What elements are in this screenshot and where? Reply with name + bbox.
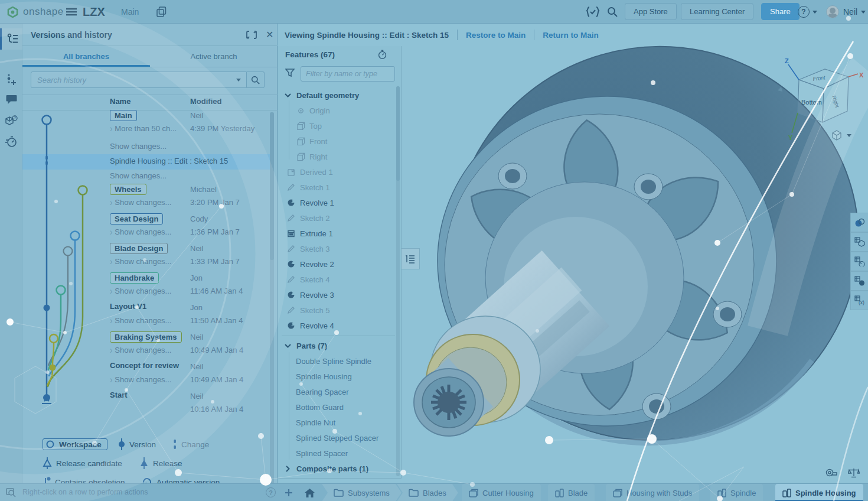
part-item-splined-spacer[interactable]: Splined Spacer [278, 445, 396, 461]
user-menu-button[interactable]: Neil [826, 0, 866, 24]
return-to-main-link[interactable]: Return to Main [543, 31, 599, 40]
rotate-arrow-icon [778, 87, 782, 92]
versions-history-rail-button[interactable] [0, 28, 22, 50]
filter-funnel-icon[interactable] [285, 68, 295, 77]
history-row-main[interactable]: Main ›More than 50 ch... Neil 4:39 PM Ye… [110, 110, 259, 139]
feature-item-extrude-1[interactable]: Extrude 1 [278, 226, 396, 241]
where-used-rail-button[interactable]: ? [0, 110, 22, 131]
feature-item-revolve-1[interactable]: Revolve 1 [278, 195, 396, 210]
app-store-button[interactable]: App Store [625, 3, 677, 20]
document-title[interactable]: LZX [83, 0, 105, 24]
tab-housing-with-studs[interactable]: Housing with Studs [606, 484, 699, 501]
mass-properties-icon[interactable] [848, 468, 860, 478]
feature-item-sketch-1[interactable]: Sketch 1 [278, 180, 396, 195]
tab-all-branches[interactable]: All branches [22, 46, 150, 67]
feature-item-derived-1[interactable]: Derived 1 [278, 164, 396, 180]
create-version-rail-button[interactable] [0, 69, 22, 90]
folder-crumb-subsystems[interactable]: Subsystems [322, 484, 402, 501]
learning-center-button[interactable]: Learning Center [681, 3, 753, 20]
feature-group-default-geometry[interactable]: Default geometry [278, 87, 396, 103]
view-options-button[interactable] [831, 129, 862, 142]
history-row-wheels[interactable]: Wheels ›Show changes... Michael 3:20 PM … [110, 184, 259, 213]
show-changes-link[interactable]: Show changes... [110, 142, 167, 151]
history-row-handbrake[interactable]: Handbrake ›Show changes... Jon 11:46 AM … [110, 272, 259, 302]
search-icon[interactable] [607, 0, 618, 24]
hint-help-icon[interactable]: ? [266, 487, 276, 497]
history-row-blade-design[interactable]: Blade Design ›Show changes... Neil 1:33 … [110, 243, 259, 272]
part-item-bearing-spacer[interactable]: Bearing Spacer [278, 384, 396, 399]
help-menu-button[interactable]: ? [798, 0, 817, 24]
appearance-panel-tab[interactable] [850, 213, 868, 232]
part-item-spindle-nut[interactable]: Spindle Nut [278, 415, 396, 430]
onshape-logo[interactable]: onshape [7, 0, 64, 24]
feature-item-revolve-2[interactable]: Revolve 2 [278, 256, 396, 272]
expand-chevron-icon: › [110, 123, 112, 134]
search-scope-caret-icon[interactable] [236, 79, 241, 82]
feature-list-collapse-button[interactable] [402, 248, 420, 269]
share-button[interactable]: Share [761, 3, 800, 20]
history-row-layout-v1[interactable]: Layout V1 ›Show changes... Jon 11:50 AM … [110, 302, 259, 331]
feature-item-front-plane[interactable]: Front [278, 134, 396, 149]
feature-item-top-plane[interactable]: Top [278, 118, 396, 134]
config-expression-panel-tab[interactable]: (x) [850, 291, 868, 310]
chevron-right-icon[interactable] [283, 464, 292, 473]
compare-versions-icon[interactable] [246, 29, 257, 41]
featurescript-icon[interactable] [586, 0, 600, 24]
feature-item-revolve-4[interactable]: Revolve 4 [278, 318, 396, 333]
feature-item-sketch-3[interactable]: Sketch 3 [278, 241, 396, 256]
history-row-start[interactable]: Start Neil 10:16 AM Jan 4 [110, 391, 259, 420]
config-part-panel-tab[interactable] [850, 252, 868, 271]
create-tab-button[interactable] [281, 484, 296, 501]
feature-item-origin[interactable]: Origin [278, 103, 396, 118]
feature-item-right-plane[interactable]: Right [278, 149, 396, 164]
feature-group-composite-parts[interactable]: Composite parts (1) [278, 461, 396, 476]
show-changes-link[interactable]: Show changes... [110, 171, 167, 180]
feature-item-sketch-5[interactable]: Sketch 5 [278, 302, 396, 318]
search-history-button[interactable] [247, 71, 265, 88]
comments-rail-button[interactable] [0, 89, 22, 110]
main-branch-label[interactable]: Main [121, 0, 139, 24]
home-tab-button[interactable] [300, 484, 319, 501]
history-row-concept-for-review[interactable]: Concept for review ›Show changes... Neil… [110, 361, 259, 391]
search-history-input[interactable] [31, 71, 247, 88]
part-item-spindle-housing[interactable]: Spindle Housing [278, 369, 396, 384]
part-item-bottom-guard[interactable]: Bottom Guard [278, 399, 396, 415]
change-icon [172, 438, 177, 450]
tab-spindle-housing[interactable]: Spindle Housing [775, 484, 863, 501]
part-item-double-spline-spindle[interactable]: Double Spline Spindle [278, 353, 396, 369]
legend-workspace: Workspace [43, 437, 107, 451]
workspace-badge[interactable]: Blade Design [110, 243, 168, 254]
feature-item-sketch-2[interactable]: Sketch 2 [278, 210, 396, 226]
workspace-badge[interactable]: Seat Design [110, 213, 163, 225]
hamburger-menu-icon[interactable] [66, 0, 77, 24]
config-sphere-panel-tab[interactable] [850, 271, 868, 291]
chevron-down-icon[interactable] [283, 341, 292, 350]
features-scrollbar[interactable] [396, 86, 400, 476]
tab-spindle[interactable]: Spindle [710, 484, 763, 501]
part-item-splined-stepped-spacer[interactable]: Splined Stepped Spacer [278, 430, 396, 445]
feature-group-parts[interactable]: Parts (7) [278, 338, 396, 353]
close-icon[interactable]: ✕ [266, 29, 273, 40]
workspace-badge[interactable]: Wheels [110, 184, 146, 195]
feature-filter-input[interactable] [301, 66, 395, 82]
performance-rail-button[interactable] [0, 131, 22, 152]
regeneration-timer-icon[interactable] [377, 50, 387, 60]
tab-active-branch[interactable]: Active branch [150, 46, 278, 67]
history-row-braking-systems[interactable]: Braking Systems ›Show changes... Neil 10… [110, 331, 259, 361]
history-row-seat-design[interactable]: Seat Design ›Show changes... Cody 1:36 P… [110, 213, 259, 243]
preview-search-icon[interactable] [6, 488, 17, 497]
configurations-panel-tab[interactable] [850, 232, 868, 252]
workspace-badge[interactable]: Main [110, 110, 137, 121]
folder-crumb-blades[interactable]: Blades [397, 484, 458, 501]
feature-item-revolve-3[interactable]: Revolve 3 [278, 287, 396, 302]
chevron-down-icon[interactable] [283, 90, 292, 100]
workspace-badge[interactable]: Braking Systems [110, 331, 182, 343]
workspace-badge[interactable]: Handbrake [110, 272, 159, 284]
tape-measure-icon[interactable] [825, 468, 837, 478]
feature-item-sketch-4[interactable]: Sketch 4 [278, 272, 396, 287]
versions-scrollbar[interactable] [270, 112, 274, 501]
tab-blade[interactable]: Blade [548, 484, 595, 501]
restore-to-main-link[interactable]: Restore to Main [466, 31, 526, 40]
copy-document-icon[interactable] [156, 0, 167, 24]
tab-cutter-housing[interactable]: Cutter Housing [462, 484, 541, 501]
